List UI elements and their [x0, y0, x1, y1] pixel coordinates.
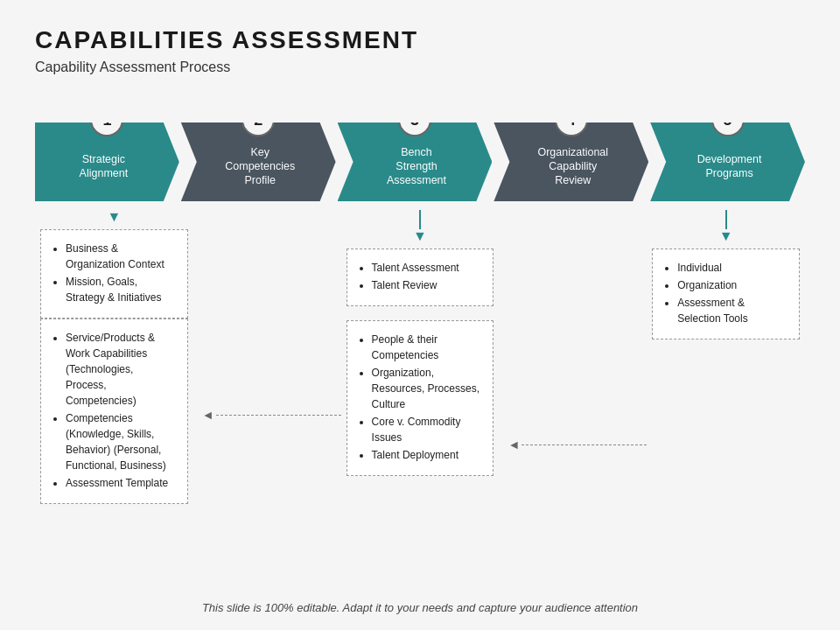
col1-arrow-down: ▼ [107, 210, 121, 224]
list-item: Mission, Goals, Strategy & Initiatives [66, 274, 175, 305]
col-3: ▼ Talent Assessment Talent Review People… [341, 210, 500, 499]
step-number-2: 2 [242, 103, 275, 136]
step-5: 5 DevelopmentPrograms [650, 122, 805, 201]
col4-arrow-connector: ◄ [508, 438, 647, 452]
step-number-3: 3 [398, 103, 431, 136]
col2-arrow-connector: ◄ [202, 408, 341, 422]
col5-connector-line [725, 210, 727, 229]
col3-box1-list: Talent Assessment Talent Review [360, 260, 481, 293]
col-4: ◄ [499, 210, 647, 499]
list-item: Talent Deployment [372, 447, 481, 463]
col5-box1: Individual Organization Assessment & Sel… [652, 248, 800, 340]
list-item: Organization, Resources, Processes, Cult… [372, 365, 481, 412]
list-item: Organization [677, 277, 787, 293]
step-1: 1 StrategicAlignment [35, 122, 179, 201]
col3-box1: Talent Assessment Talent Review [346, 248, 494, 306]
list-item: People & their Competencies [372, 332, 481, 363]
col3-box2-list: People & their Competencies Organization… [360, 332, 481, 463]
list-item: Assessment & Selection Tools [677, 295, 787, 326]
col1-box1-list: Business & Organization Context Mission,… [53, 241, 175, 305]
list-item: Individual [677, 260, 787, 276]
left-arrow-icon: ◄ [202, 408, 214, 422]
col-2: ◄ [193, 210, 341, 499]
col3-arrow-down: ▼ [413, 229, 427, 243]
list-item: Talent Review [372, 277, 481, 293]
col1-box1: Business & Organization Context Mission,… [40, 229, 188, 318]
list-item: Business & Organization Context [66, 241, 175, 272]
step-label-3: BenchStrengthAssessment [387, 145, 446, 188]
step-4: 4 OrganizationalCapabilityReview [494, 122, 648, 201]
footer-text: This slide is 100% editable. Adapt it to… [0, 601, 840, 614]
process-bar: 1 StrategicAlignment 2 KeyCompetenciesPr… [35, 122, 805, 201]
step-number-4: 4 [555, 103, 588, 136]
sub-title: Capability Assessment Process [35, 60, 805, 75]
list-item: Service/Products & Work Capabilities (Te… [66, 330, 175, 409]
col-5: ▼ Individual Organization Assessment & S… [647, 210, 805, 499]
step-number-1: 1 [90, 103, 123, 136]
col3-box2: People & their Competencies Organization… [346, 320, 494, 476]
list-item: Assessment Template [66, 475, 175, 491]
list-item: Competencies (Knowledge, Skills, Behavio… [66, 410, 175, 473]
col5-box1-list: Individual Organization Assessment & Sel… [665, 260, 787, 326]
slide: CAPABILITIES ASSESSMENT Capability Asses… [0, 0, 840, 630]
step-label-2: KeyCompetenciesProfile [225, 145, 295, 188]
list-item: Core v. Commodity Issues [372, 414, 481, 445]
step-2: 2 KeyCompetenciesProfile [181, 122, 336, 201]
dashed-line [522, 444, 647, 445]
list-item: Talent Assessment [372, 260, 481, 276]
col5-arrow-down: ▼ [719, 229, 733, 243]
step-label-5: DevelopmentPrograms [697, 152, 762, 181]
col1-box2-list: Service/Products & Work Capabilities (Te… [53, 330, 175, 491]
left-arrow-icon: ◄ [508, 438, 520, 452]
col-1: ▼ Business & Organization Context Missio… [35, 210, 193, 499]
step-label-1: StrategicAlignment [80, 152, 129, 181]
col3-connector-line [419, 210, 421, 229]
step-number-5: 5 [711, 103, 745, 136]
step-3: 3 BenchStrengthAssessment [338, 122, 493, 201]
dashed-line [216, 415, 341, 416]
col1-box2: Service/Products & Work Capabilities (Te… [40, 318, 188, 504]
main-title: CAPABILITIES ASSESSMENT [35, 26, 805, 54]
step-label-4: OrganizationalCapabilityReview [537, 145, 608, 188]
